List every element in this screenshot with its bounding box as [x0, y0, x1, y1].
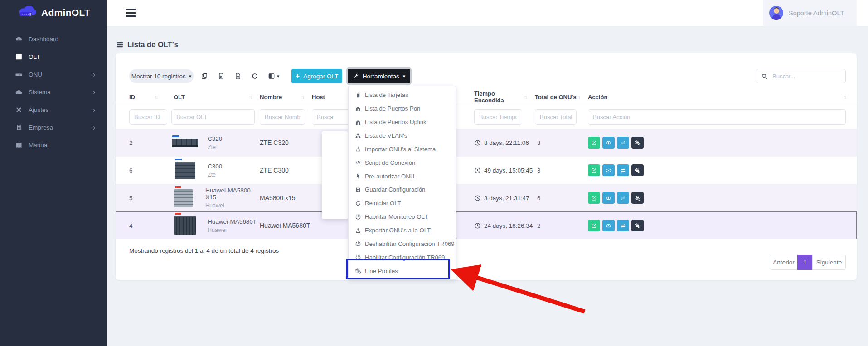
- table-row[interactable]: 5 Huawei-MA5800-X15 Huawei MA5800 x15 3 …: [116, 184, 857, 211]
- column-filter-input[interactable]: [129, 109, 167, 125]
- exchange-button[interactable]: [617, 164, 629, 176]
- tools-menu-item-lista-de-puertos-pon[interactable]: Lista de Puertos Pon: [349, 102, 456, 115]
- sidebar-item-dashboard[interactable]: Dashboard: [0, 30, 107, 48]
- app-logo[interactable]: AdminOLT: [0, 0, 107, 24]
- exchange-button[interactable]: [617, 137, 629, 149]
- download-icon: [355, 146, 361, 152]
- exchange-button[interactable]: [617, 192, 629, 204]
- search-input[interactable]: [772, 73, 841, 80]
- logo-cloud-icon: [17, 6, 37, 19]
- exchange-icon: [620, 168, 626, 173]
- sidebar-item-manual[interactable]: Manual: [0, 136, 107, 154]
- copy-button[interactable]: ▾: [201, 72, 208, 80]
- add-olt-button[interactable]: + Agregar OLT: [291, 69, 342, 83]
- sidebar-item-empresa[interactable]: Empresa: [0, 119, 107, 136]
- page-length-select[interactable]: Mostrar 10 registros ▾: [129, 69, 194, 83]
- pagination-page-1[interactable]: 1: [797, 255, 813, 270]
- tools-menu-item-lista-de-tarjetas[interactable]: Lista de Tarjetas: [349, 88, 456, 102]
- sort-icon[interactable]: ↑↓: [843, 95, 846, 100]
- tools-menu-item-habilitar-configuraci-n-tr069[interactable]: Habilitar Configuración TR069: [349, 250, 456, 264]
- edit-button[interactable]: [588, 164, 600, 176]
- table-search: [756, 69, 846, 83]
- filter-cell: [260, 105, 312, 129]
- settings-button[interactable]: [631, 164, 644, 176]
- olt-model: C300: [208, 163, 222, 170]
- user-menu[interactable]: Soporte AdminOLT: [763, 0, 857, 26]
- settings-button[interactable]: [631, 220, 644, 231]
- power-icon: [355, 240, 361, 247]
- tools-menu-item-exportar-onu-s-a-la-olt[interactable]: Exportar ONU's a la OLT: [349, 224, 456, 237]
- column-header-label: OLT: [174, 94, 185, 101]
- view-button[interactable]: [602, 192, 615, 204]
- file-button[interactable]: ▾: [234, 72, 242, 80]
- column-header-id[interactable]: ID ↑↓ ↑↓: [116, 89, 165, 105]
- table-header-row: ID ↑↓ ↑↓ OLT ↑↓ ↑↓ Nombre ↑↓ ↑↓ Host ↑↓ …: [116, 89, 857, 105]
- sidebar-toggle-button[interactable]: [126, 9, 136, 19]
- caret-down-icon: ▾: [189, 74, 192, 79]
- refresh-button[interactable]: ▾: [251, 72, 258, 80]
- pagination-next-button[interactable]: Siguiente: [812, 255, 846, 270]
- columns-button[interactable]: ▾: [268, 72, 280, 80]
- tools-menu-item-deshabilitar-configuraci-n-tr069[interactable]: Deshabilitar Configuración TR069: [349, 237, 456, 250]
- exchange-button[interactable]: [617, 220, 629, 231]
- sidebar-item-ajustes[interactable]: Ajustes: [0, 101, 107, 119]
- column-filter-input[interactable]: [260, 109, 305, 125]
- sidebar-item-sistema[interactable]: Sistema: [0, 83, 107, 101]
- column-header-label: Tiempo Encendida: [474, 90, 524, 104]
- sidebar-item-label: Sistema: [29, 89, 51, 96]
- sitemap-icon: [355, 133, 361, 139]
- edit-button[interactable]: [588, 220, 600, 231]
- sort-icon[interactable]: ↑↓: [155, 95, 157, 100]
- file-excel-button[interactable]: ▾: [218, 72, 225, 80]
- tools-menu-item-reiniciar-olt[interactable]: Reiniciar OLT: [349, 197, 456, 210]
- tools-menu-item-lista-de-puertos-uplink[interactable]: Lista de Puertos Uplink: [349, 115, 456, 129]
- table-row[interactable]: 6 C300 Zte ZTE C300 49 days, 15:05:45 3: [116, 156, 857, 184]
- sidebar-item-label: Dashboard: [29, 36, 58, 43]
- tools-menu-item-importar-onu-s-al-sistema[interactable]: Importar ONU's al Sistema: [349, 142, 456, 156]
- view-button[interactable]: [602, 164, 615, 176]
- exchange-icon: [620, 223, 626, 229]
- olt-device-image: [167, 162, 203, 179]
- edit-button[interactable]: [588, 192, 600, 204]
- cell-nombre: MA5800 x15: [260, 194, 312, 202]
- tools-menu-item-script-de-conexi-n[interactable]: Script de Conexión: [349, 156, 456, 169]
- edit-button[interactable]: [588, 137, 600, 149]
- column-header-acci-n[interactable]: Acción ↑↓ ↑↓: [588, 89, 857, 105]
- tools-menu-item-lista-de-vlan-s[interactable]: Lista de VLAN's: [349, 129, 456, 143]
- chevron-right-icon: [92, 125, 97, 130]
- tools-dropdown-button[interactable]: Herramientas ▾: [348, 69, 410, 83]
- table-row[interactable]: 4 Huawei-MA5680T Huawei Huawei MA5680T 2…: [116, 211, 857, 239]
- column-header-olt[interactable]: OLT ↑↓ ↑↓: [165, 89, 260, 105]
- column-header-total-de-onu-s[interactable]: Total de ONU's ↑↓ ↑↓: [535, 89, 588, 105]
- plus-icon: +: [296, 72, 300, 80]
- eye-icon: [606, 140, 611, 146]
- column-filter-input[interactable]: [474, 109, 522, 125]
- sidebar: AdminOLT Dashboard OLT ONU Sistema Ajust…: [0, 0, 107, 346]
- sidebar-item-olt[interactable]: OLT: [0, 48, 107, 66]
- column-filter-input[interactable]: [535, 109, 577, 125]
- sidebar-item-onu[interactable]: ONU: [0, 66, 107, 83]
- tools-menu-item-pre-autorizar-onu[interactable]: Pre-autorizar ONU: [349, 169, 456, 183]
- column-header-nombre[interactable]: Nombre ↑↓ ↑↓: [260, 89, 312, 105]
- column-filter-input[interactable]: [171, 109, 255, 125]
- table-row[interactable]: 2 C320 Zte ZTE C320 8 days, 22:11:06 3: [116, 129, 857, 156]
- power-icon: [355, 214, 361, 220]
- column-header-label: Acción: [588, 94, 607, 101]
- sort-icon[interactable]: ↑↓: [577, 95, 580, 100]
- tools-menu-item-label: Lista de VLAN's: [365, 132, 407, 139]
- settings-button[interactable]: [631, 192, 644, 204]
- tools-menu-item-guardar-configuraci-n[interactable]: Guardar Configuración: [349, 183, 456, 197]
- tools-menu-item-line-profiles[interactable]: Line Profiles: [349, 264, 456, 278]
- column-header-tiempo-encendida[interactable]: Tiempo Encendida ↑↓ ↑↓: [474, 89, 535, 105]
- settings-button[interactable]: [631, 137, 644, 149]
- sort-icon[interactable]: ↑↓: [301, 95, 304, 100]
- add-olt-label: Agregar OLT: [303, 73, 338, 80]
- sort-icon[interactable]: ↑↓: [524, 95, 527, 100]
- sort-icon[interactable]: ↑↓: [249, 95, 252, 100]
- tools-menu-item-habilitar-monitoreo-olt[interactable]: Habilitar Monitoreo OLT: [349, 210, 456, 224]
- pagination-prev-button[interactable]: Anterior: [770, 255, 798, 270]
- view-button[interactable]: [602, 137, 615, 149]
- tools-menu-item-label: Guardar Configuración: [365, 186, 425, 193]
- view-button[interactable]: [602, 220, 615, 231]
- column-filter-input[interactable]: [588, 109, 846, 125]
